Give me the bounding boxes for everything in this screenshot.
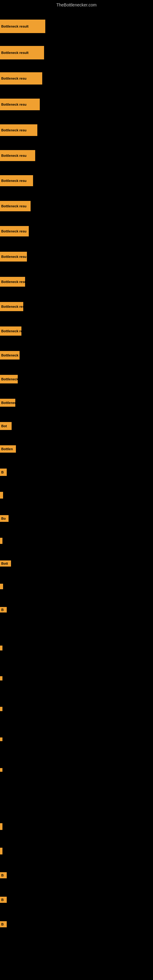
bar-row: Bo [0, 515, 9, 522]
bottleneck-label: Bottlenec [0, 399, 15, 407]
bottleneck-label: Bottleneck resu [0, 226, 29, 236]
bar-row [0, 768, 2, 772]
bar-row: B [0, 897, 7, 903]
bottleneck-label: Bottleneck resu [0, 99, 40, 110]
bar-row [0, 584, 3, 589]
bar-row [0, 646, 2, 651]
bar-row: Bottleneck resu [0, 72, 42, 84]
bar-row: Bottleneck res [0, 302, 23, 311]
bar-row: Bottlen [0, 445, 16, 453]
bottleneck-label [0, 823, 2, 830]
bottleneck-label: Bottleneck re [0, 326, 21, 336]
bottleneck-label [0, 676, 2, 681]
bar-row: Bottleneck resu [0, 201, 30, 211]
bottleneck-label [0, 737, 2, 741]
bar-row: Bott [0, 560, 11, 566]
bottleneck-label: Bottleneck resu [0, 277, 25, 286]
bar-row [0, 823, 2, 830]
bottleneck-label: B [0, 607, 7, 612]
bar-row: B [0, 872, 7, 878]
bottleneck-label: Bot [0, 422, 12, 430]
bottleneck-label: Bottleneck result [0, 46, 44, 59]
bottleneck-label: B [0, 897, 7, 903]
bar-row [0, 492, 3, 499]
site-title: TheBottlenecker.com [0, 0, 153, 9]
bar-row: Bottleneck re [0, 326, 21, 336]
bottleneck-label: B [0, 469, 7, 476]
bottleneck-label [0, 707, 2, 711]
bottleneck-label: Bottleneck resu [0, 252, 27, 261]
bar-row: Bottleneck resu [0, 150, 35, 161]
bottleneck-label [0, 768, 2, 772]
bar-row: Bottleneck resu [0, 99, 40, 110]
bottleneck-label [0, 646, 2, 651]
bottleneck-label [0, 492, 3, 499]
bar-row: Bot [0, 422, 12, 430]
bottleneck-label: Bottleneck resu [0, 175, 33, 186]
bar-row [0, 737, 2, 741]
bar-row [0, 707, 2, 711]
bottleneck-label: Bottleneck result [0, 20, 45, 33]
bar-row: Bottleneck resu [0, 252, 27, 261]
bar-row: Bottlenec [0, 399, 15, 407]
bar-row [0, 676, 2, 681]
bottleneck-label: Bo [0, 515, 9, 522]
bottleneck-label [0, 538, 2, 544]
bar-row: Bottleneck re [0, 351, 19, 360]
bar-row: Bottleneck resu [0, 175, 33, 186]
bottleneck-label [0, 848, 2, 854]
bar-row: Bottleneck result [0, 20, 45, 33]
bottleneck-label: Bottlen [0, 445, 16, 453]
bar-row: Bottleneck resu [0, 277, 25, 286]
bottleneck-label: Bottleneck res [0, 302, 23, 311]
bar-row: B [0, 469, 7, 476]
bottleneck-label: Bott [0, 560, 11, 566]
bottleneck-label: Bottleneck re [0, 375, 18, 383]
bottleneck-label: B [0, 872, 7, 878]
bottleneck-label: Bottleneck re [0, 351, 19, 360]
bar-row: Bottleneck resu [0, 226, 29, 236]
bar-row: Bottleneck re [0, 375, 18, 383]
bottleneck-label: Bottleneck resu [0, 150, 35, 161]
bar-row [0, 538, 2, 544]
bar-row: B [0, 607, 7, 612]
bar-row: B [0, 921, 7, 928]
bottleneck-label: Bottleneck resu [0, 201, 30, 211]
bar-row: Bottleneck result [0, 46, 44, 59]
bottleneck-label: Bottleneck resu [0, 72, 42, 84]
bottleneck-label [0, 584, 3, 589]
bar-row: Bottleneck resu [0, 124, 37, 136]
bar-row [0, 848, 2, 854]
bottleneck-label: B [0, 921, 7, 928]
bottleneck-label: Bottleneck resu [0, 124, 37, 136]
